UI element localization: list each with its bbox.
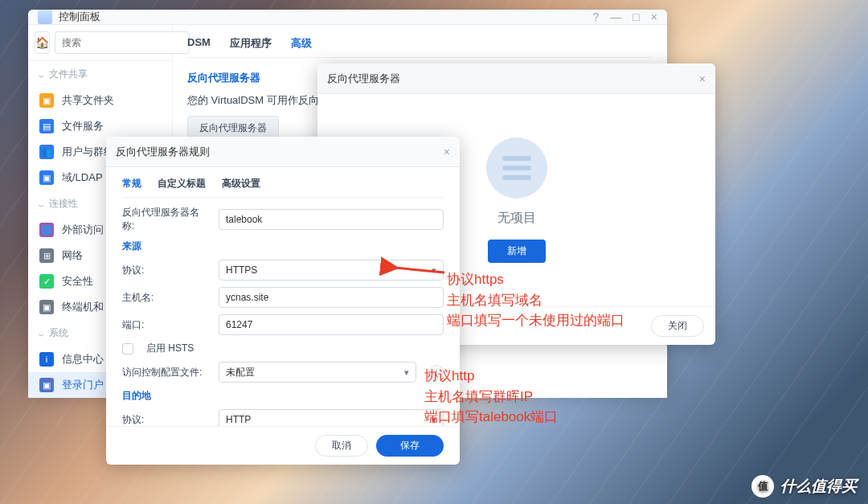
- close-icon[interactable]: ×: [444, 145, 450, 158]
- label-protocol: 协议:: [122, 413, 211, 427]
- svg-line-0: [395, 268, 444, 272]
- empty-list-icon: [486, 137, 547, 199]
- rules-title: 反向代理服务器规则: [116, 145, 210, 159]
- maximize-icon[interactable]: □: [633, 10, 639, 23]
- network-icon: ⊞: [39, 248, 54, 263]
- sidebar-item-label: 信息中心: [62, 352, 104, 367]
- label-proxy-name: 反向代理服务器名称:: [122, 206, 211, 233]
- empty-text: 无项目: [497, 210, 536, 227]
- dest-protocol-select[interactable]: HTTP: [219, 409, 444, 426]
- user-icon: 👥: [39, 145, 54, 159]
- sidebar-item-label: 登录门户: [62, 378, 104, 392]
- home-button[interactable]: 🏠: [35, 31, 50, 54]
- section-source: 来源: [122, 240, 444, 253]
- cp-app-icon: [38, 10, 52, 24]
- search-input[interactable]: [55, 31, 190, 54]
- cp-titlebar[interactable]: 控制面板 ? — □ ×: [28, 10, 667, 25]
- label-acl: 访问控制配置文件:: [122, 366, 211, 379]
- shield-icon: ✓: [39, 274, 54, 289]
- folder-icon: ▣: [39, 93, 54, 108]
- cancel-button[interactable]: 取消: [315, 435, 368, 457]
- proxy-name-input[interactable]: [219, 209, 444, 230]
- sidebar-item-label: 文件服务: [62, 119, 104, 133]
- source-hostname-input[interactable]: [219, 287, 444, 308]
- sidebar-item-label: 外部访问: [62, 223, 104, 237]
- sidebar-item-label: 共享文件夹: [62, 93, 114, 108]
- close-icon[interactable]: ×: [699, 72, 706, 85]
- login-icon: ▣: [39, 378, 54, 392]
- dlg-titlebar[interactable]: 反向代理服务器 ×: [317, 64, 715, 94]
- tab-custom-header[interactable]: 自定义标题: [158, 177, 206, 191]
- label-port: 端口:: [122, 318, 211, 332]
- help-icon[interactable]: ?: [593, 10, 600, 23]
- source-port-input[interactable]: [219, 314, 444, 335]
- rules-titlebar[interactable]: 反向代理服务器规则 ×: [106, 137, 460, 167]
- cp-tabs: DSM 应用程序 高级: [187, 36, 653, 58]
- tab-advanced-settings[interactable]: 高级设置: [222, 177, 260, 191]
- sidebar-item-file-service[interactable]: ▤ 文件服务: [28, 113, 172, 139]
- sidebar-item-label: 域/LDAP: [62, 170, 103, 185]
- close-button[interactable]: 关闭: [651, 315, 704, 337]
- info-icon: i: [39, 352, 54, 367]
- terminal-icon: ▣: [39, 300, 54, 314]
- sidebar-item-label: 安全性: [62, 274, 93, 289]
- annotation-source: 协议https 主机名填写域名 端口填写一个未使用过的端口: [447, 269, 624, 331]
- watermark: 值 什么值得买: [751, 475, 857, 498]
- hsts-checkbox[interactable]: [122, 343, 133, 354]
- tab-dsm[interactable]: DSM: [187, 36, 211, 51]
- globe-icon: 🌐: [39, 223, 54, 237]
- add-button[interactable]: 新增: [488, 240, 546, 263]
- ldap-icon: ▣: [39, 170, 54, 185]
- tab-apps[interactable]: 应用程序: [230, 36, 272, 51]
- watermark-badge-icon: 值: [751, 475, 774, 498]
- file-icon: ▤: [39, 119, 54, 133]
- side-group-fileshare[interactable]: 文件共享: [28, 61, 172, 88]
- save-button[interactable]: 保存: [376, 435, 444, 457]
- tab-general[interactable]: 常规: [122, 177, 141, 191]
- sidebar-item-share-folder[interactable]: ▣ 共享文件夹: [28, 88, 172, 113]
- reverse-proxy-rules-dialog: 反向代理服务器规则 × 常规 自定义标题 高级设置 反向代理服务器名称: 来源 …: [106, 137, 460, 465]
- annotation-destination: 协议http 主机名填写群晖IP 端口填写talebook端口: [424, 366, 558, 428]
- dlg-title: 反向代理服务器: [327, 72, 400, 86]
- watermark-text: 什么值得买: [780, 476, 857, 497]
- section-destination: 目的地: [122, 389, 444, 403]
- cp-title: 控制面板: [59, 10, 100, 24]
- label-hsts: 启用 HSTS: [146, 342, 194, 355]
- label-protocol: 协议:: [122, 264, 211, 277]
- tab-advanced[interactable]: 高级: [291, 36, 312, 51]
- close-icon[interactable]: ×: [651, 10, 657, 23]
- label-hostname: 主机名:: [122, 291, 211, 305]
- acl-select[interactable]: 未配置: [219, 362, 416, 383]
- annotation-arrow-icon: [388, 261, 448, 279]
- minimize-icon[interactable]: —: [610, 10, 621, 23]
- sidebar-item-label: 网络: [62, 248, 83, 263]
